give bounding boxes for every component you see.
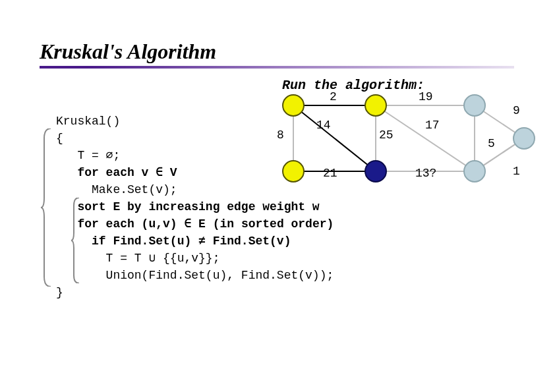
code-line-2: { (56, 132, 63, 145)
code-line-5: Make.Set(v); (56, 183, 177, 196)
weight-5: 5 (488, 137, 495, 150)
weight-9: 9 (513, 104, 520, 117)
graph-node-f (365, 160, 387, 182)
code-line-4: for each v ∈ V (56, 166, 177, 179)
weight-1: 1 (513, 165, 520, 178)
weight-17: 17 (425, 119, 440, 132)
code-line-6: sort E by increasing edge weight w (56, 200, 320, 213)
weight-13q: 13? (415, 167, 436, 180)
code-line-10: Union(Find.Set(u), Find.Set(v)); (56, 269, 334, 282)
code-line-3: T = ∅; (56, 149, 120, 162)
code-line-1: Kruskal() (56, 115, 120, 128)
brace-inner (71, 198, 82, 283)
weight-19: 19 (419, 90, 433, 103)
graph-node-g (463, 160, 486, 182)
brace-outer (41, 128, 54, 287)
code-line-11: } (56, 286, 63, 299)
code-line-8: if Find.Set(u) ≠ Find.Set(v) (56, 235, 291, 248)
weight-25: 25 (379, 128, 394, 142)
graph-node-c (463, 94, 486, 117)
graph-node-d (513, 127, 535, 150)
code-line-7: for each (u,v) ∈ E (in sorted order) (56, 217, 334, 231)
pseudocode: Kruskal() { T = ∅; for each v ∈ V Make.S… (56, 96, 334, 301)
graph-node-b (365, 94, 387, 117)
